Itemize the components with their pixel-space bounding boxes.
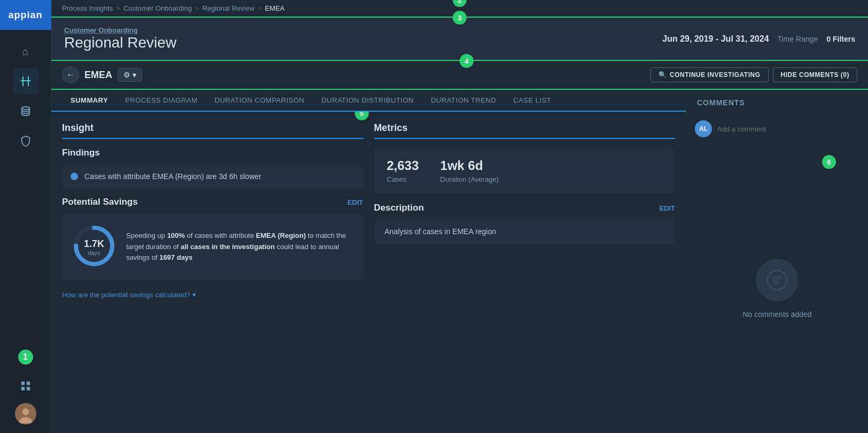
- metrics-label: Metrics: [374, 122, 408, 133]
- sidebar-bottom: [15, 367, 36, 433]
- left-column: Insight 5 Findings Cases with attribute …: [62, 122, 363, 299]
- title-section: Customer Onboarding Regional Review: [64, 26, 176, 51]
- breadcrumb-sep-1: >: [116, 4, 120, 12]
- sidebar: appian ⌂ 1: [0, 0, 51, 433]
- appian-logo[interactable]: appian: [0, 0, 51, 30]
- hide-comments-label: HIDE COMMENTS (0): [781, 71, 850, 79]
- comments-header: COMMENTS: [686, 90, 868, 114]
- cases-value: 2,633: [387, 158, 419, 173]
- description-header: Description EDIT: [374, 203, 676, 213]
- toolbar-right: 🔍 CONTINUE INVESTIGATING HIDE COMMENTS (…: [650, 67, 857, 82]
- empty-comments-text: No comments added: [742, 310, 811, 319]
- user-avatar[interactable]: [15, 403, 36, 424]
- svg-point-0: [21, 107, 29, 110]
- description-edit-button[interactable]: EDIT: [659, 204, 675, 212]
- step-badge-5: 5: [355, 112, 369, 120]
- potential-link-text: How are the potential savings calculated…: [62, 291, 190, 299]
- emea-label: EMEA: [84, 69, 112, 81]
- tab-summary[interactable]: SUMMARY: [62, 90, 117, 112]
- filters-count[interactable]: 0 Filters: [826, 35, 855, 43]
- savings-card: 1.7K days Speeding up 100% of cases with…: [62, 214, 363, 280]
- svg-rect-3: [21, 387, 24, 390]
- header-meta: Jun 29, 2019 - Jul 31, 2024 Time Range 0…: [662, 34, 855, 44]
- savings-edit-button[interactable]: EDIT: [347, 198, 363, 206]
- savings-label: Potential Savings: [62, 197, 138, 207]
- findings-section: Findings Cases with attribute EMEA (Regi…: [62, 148, 363, 188]
- savings-header: Potential Savings EDIT: [62, 197, 363, 207]
- comment-input-field[interactable]: [717, 125, 859, 133]
- comments-panel: COMMENTS AL 6 No comments added: [686, 90, 868, 433]
- empty-comments-icon: [756, 259, 799, 301]
- process-insights-icon[interactable]: [13, 68, 38, 94]
- insight-label: Insight: [62, 122, 94, 133]
- breadcrumb-customer-onboarding[interactable]: Customer Onboarding: [123, 4, 192, 12]
- back-button[interactable]: ←: [62, 66, 79, 83]
- breadcrumb-emea[interactable]: EMEA: [265, 4, 285, 12]
- toolbar-left: ← EMEA ⚙ ▾: [62, 66, 142, 83]
- settings-button[interactable]: ⚙ ▾: [118, 68, 142, 82]
- breadcrumb-process-insights[interactable]: Process Insights: [62, 4, 113, 12]
- duration-label: Duration (Average): [440, 175, 499, 183]
- savings-value: 1.7K: [84, 238, 104, 250]
- content-area: Insight 5 Findings Cases with attribute …: [51, 112, 686, 433]
- savings-circle: 1.7K days: [73, 225, 115, 269]
- savings-section: Potential Savings EDIT 1.7K: [62, 197, 363, 280]
- findings-label: Findings: [62, 148, 363, 158]
- tab-process-diagram[interactable]: PROCESS DIAGRAM: [117, 90, 206, 112]
- date-range: Jun 29, 2019 - Jul 31, 2024: [662, 34, 769, 44]
- description-text: Analysis of cases in EMEA region: [385, 227, 497, 236]
- step-badge-3: 3: [453, 11, 467, 25]
- svg-rect-1: [21, 382, 24, 385]
- tab-duration-comparison[interactable]: DURATION COMPARISON: [206, 90, 313, 112]
- tab-duration-distribution[interactable]: DURATION DISTRIBUTION: [313, 90, 422, 112]
- finding-item: Cases with attribute EMEA (Region) are 3…: [62, 165, 363, 188]
- metrics-section-header: Metrics: [374, 122, 676, 139]
- chevron-down-icon: ▾: [192, 291, 196, 299]
- comments-empty-state: 6 No comments added: [686, 144, 868, 433]
- finding-dot-icon: [71, 173, 78, 180]
- commenter-avatar: AL: [695, 120, 712, 137]
- savings-unit: days: [84, 250, 104, 256]
- savings-description: Speeding up 100% of cases with attribute…: [126, 230, 353, 264]
- savings-circle-text: 1.7K days: [84, 238, 104, 256]
- body-area: SUMMARY PROCESS DIAGRAM DURATION COMPARI…: [51, 90, 868, 433]
- svg-rect-2: [26, 382, 29, 385]
- breadcrumb-sep-2: >: [195, 4, 199, 12]
- cases-metric: 2,633 Cases: [387, 158, 419, 183]
- database-icon[interactable]: [13, 98, 38, 124]
- description-label: Description: [374, 203, 424, 213]
- step-badge-4: 4: [460, 54, 474, 68]
- continue-investigating-label: CONTINUE INVESTIGATING: [670, 71, 760, 79]
- tab-case-list[interactable]: CASE LIST: [505, 90, 560, 112]
- metrics-card: 2,633 Cases 1wk 6d Duration (Average): [374, 148, 676, 194]
- svg-rect-4: [26, 387, 29, 390]
- duration-metric: 1wk 6d Duration (Average): [440, 158, 499, 183]
- time-range-label: Time Range: [778, 35, 818, 43]
- svg-point-6: [22, 408, 29, 415]
- gear-icon: ⚙: [123, 71, 130, 79]
- sidebar-nav: ⌂: [13, 30, 38, 350]
- page-subtitle: Customer Onboarding: [64, 26, 176, 34]
- page-header: Customer Onboarding Regional Review Jun …: [51, 18, 868, 61]
- hide-comments-button[interactable]: HIDE COMMENTS (0): [773, 67, 858, 82]
- home-icon[interactable]: ⌂: [13, 38, 38, 64]
- breadcrumb-regional-review[interactable]: Regional Review: [202, 4, 254, 12]
- comments-input-area: AL: [686, 114, 868, 144]
- logo-text: appian: [8, 10, 42, 21]
- continue-investigating-button[interactable]: 🔍 CONTINUE INVESTIGATING: [650, 67, 769, 82]
- main-content: Process Insights > Customer Onboarding >…: [51, 0, 868, 433]
- grid-icon[interactable]: [15, 375, 36, 397]
- right-column: Metrics 2,633 Cases 1wk 6d Duration (Ave…: [374, 122, 676, 299]
- badge-1: 1: [18, 350, 33, 365]
- breadcrumb-sep-3: >: [258, 4, 262, 12]
- tab-duration-trend[interactable]: DURATION TREND: [422, 90, 505, 112]
- tabs-bar: SUMMARY PROCESS DIAGRAM DURATION COMPARI…: [51, 90, 686, 112]
- description-card: Analysis of cases in EMEA region: [374, 219, 676, 244]
- toolbar: ← EMEA ⚙ ▾ 🔍 CONTINUE INVESTIGATING HIDE…: [51, 61, 868, 90]
- duration-value: 1wk 6d: [440, 158, 499, 173]
- potential-savings-link[interactable]: How are the potential savings calculated…: [62, 291, 363, 299]
- dropdown-chevron: ▾: [133, 71, 136, 79]
- shield-icon[interactable]: [13, 128, 38, 154]
- search-icon: 🔍: [658, 71, 667, 79]
- description-section: Description EDIT Analysis of cases in EM…: [374, 203, 676, 244]
